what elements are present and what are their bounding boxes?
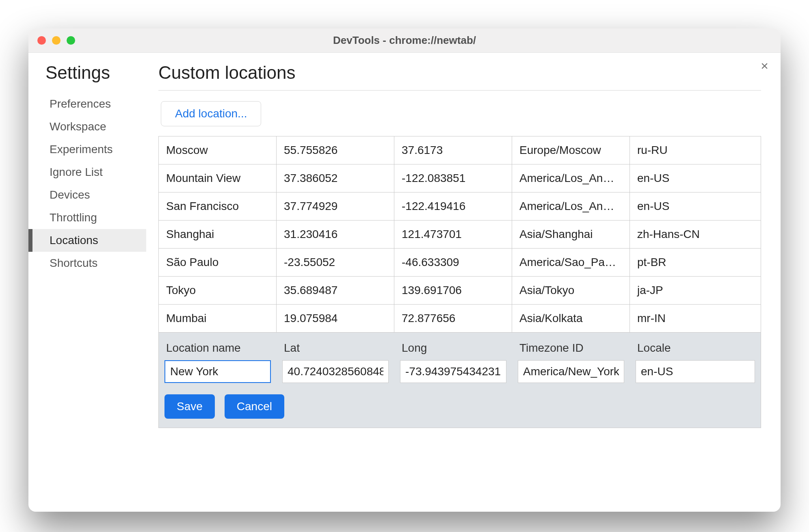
cell-name: Mountain View xyxy=(159,164,277,192)
sidebar-item-shortcuts[interactable]: Shortcuts xyxy=(28,252,146,275)
titlebar: DevTools - chrome://newtab/ xyxy=(28,28,781,53)
cell-locale: en-US xyxy=(630,164,761,192)
cell-name: Shanghai xyxy=(159,221,277,248)
cell-timezone: Asia/Shanghai xyxy=(512,221,630,248)
cell-timezone: America/Los_An… xyxy=(512,164,630,192)
settings-body: × Settings PreferencesWorkspaceExperimen… xyxy=(28,53,781,512)
table-row[interactable]: Tokyo35.689487139.691706Asia/Tokyoja-JP xyxy=(159,277,761,305)
locations-table: Moscow55.75582637.6173Europe/Moscowru-RU… xyxy=(158,136,761,333)
longitude-input[interactable] xyxy=(400,360,506,383)
cell-locale: ru-RU xyxy=(630,136,761,164)
cell-name: San Francisco xyxy=(159,192,277,220)
sidebar-item-ignore-list[interactable]: Ignore List xyxy=(28,161,146,184)
cell-locale: ja-JP xyxy=(630,277,761,304)
settings-sidebar: Settings PreferencesWorkspaceExperiments… xyxy=(28,53,146,512)
cell-timezone: America/Los_An… xyxy=(512,192,630,220)
cell-long: -122.083851 xyxy=(394,164,512,192)
sidebar-item-devices[interactable]: Devices xyxy=(28,184,146,206)
sidebar-title: Settings xyxy=(28,63,146,93)
sidebar-item-experiments[interactable]: Experiments xyxy=(28,138,146,161)
table-row[interactable]: Mountain View37.386052-122.083851America… xyxy=(159,164,761,192)
location-name-input[interactable] xyxy=(164,360,271,383)
page-title: Custom locations xyxy=(158,63,761,91)
cell-lat: 31.230416 xyxy=(277,221,394,248)
cell-long: -122.419416 xyxy=(394,192,512,220)
cancel-button[interactable]: Cancel xyxy=(225,394,284,419)
settings-main: Custom locations Add location... Moscow5… xyxy=(146,53,781,512)
sidebar-item-locations[interactable]: Locations xyxy=(28,229,146,252)
cell-long: 121.473701 xyxy=(394,221,512,248)
editor-label-locale: Locale xyxy=(630,333,761,358)
save-button[interactable]: Save xyxy=(164,394,215,419)
cell-lat: -23.55052 xyxy=(277,249,394,276)
cell-long: 37.6173 xyxy=(394,136,512,164)
cell-locale: en-US xyxy=(630,192,761,220)
cell-timezone: America/Sao_Pa… xyxy=(512,249,630,276)
editor-label-lat: Lat xyxy=(277,333,394,358)
cell-timezone: Asia/Tokyo xyxy=(512,277,630,304)
window: DevTools - chrome://newtab/ × Settings P… xyxy=(28,28,781,512)
sidebar-item-workspace[interactable]: Workspace xyxy=(28,115,146,138)
table-row[interactable]: Moscow55.75582637.6173Europe/Moscowru-RU xyxy=(159,136,761,164)
editor-label-tz: Timezone ID xyxy=(512,333,630,358)
window-title: DevTools - chrome://newtab/ xyxy=(28,34,781,47)
cell-long: 139.691706 xyxy=(394,277,512,304)
cell-name: Tokyo xyxy=(159,277,277,304)
table-row[interactable]: São Paulo-23.55052-46.633309America/Sao_… xyxy=(159,249,761,277)
cell-name: Mumbai xyxy=(159,305,277,332)
timezone-id-input[interactable] xyxy=(518,360,624,383)
close-icon[interactable]: × xyxy=(761,59,768,72)
zoom-window-button[interactable] xyxy=(67,36,75,45)
window-controls xyxy=(37,36,75,45)
cell-name: Moscow xyxy=(159,136,277,164)
cell-lat: 35.689487 xyxy=(277,277,394,304)
cell-lat: 19.075984 xyxy=(277,305,394,332)
sidebar-item-preferences[interactable]: Preferences xyxy=(28,93,146,115)
add-location-button[interactable]: Add location... xyxy=(161,101,261,126)
cell-name: São Paulo xyxy=(159,249,277,276)
cell-locale: zh-Hans-CN xyxy=(630,221,761,248)
cell-timezone: Europe/Moscow xyxy=(512,136,630,164)
cell-lat: 55.755826 xyxy=(277,136,394,164)
table-row[interactable]: Mumbai19.07598472.877656Asia/Kolkatamr-I… xyxy=(159,305,761,333)
locale-input[interactable] xyxy=(636,360,755,383)
cell-locale: mr-IN xyxy=(630,305,761,332)
minimize-window-button[interactable] xyxy=(52,36,61,45)
table-row[interactable]: San Francisco37.774929-122.419416America… xyxy=(159,192,761,221)
editor-label-long: Long xyxy=(394,333,512,358)
cell-lat: 37.774929 xyxy=(277,192,394,220)
cell-long: -46.633309 xyxy=(394,249,512,276)
cell-locale: pt-BR xyxy=(630,249,761,276)
cell-long: 72.877656 xyxy=(394,305,512,332)
table-row[interactable]: Shanghai31.230416121.473701Asia/Shanghai… xyxy=(159,221,761,249)
editor-label-name: Location name xyxy=(159,333,277,358)
sidebar-item-throttling[interactable]: Throttling xyxy=(28,206,146,229)
location-editor: Location name Lat Long Timezone ID Local… xyxy=(158,333,761,428)
cell-lat: 37.386052 xyxy=(277,164,394,192)
close-window-button[interactable] xyxy=(37,36,46,45)
latitude-input[interactable] xyxy=(282,360,389,383)
cell-timezone: Asia/Kolkata xyxy=(512,305,630,332)
